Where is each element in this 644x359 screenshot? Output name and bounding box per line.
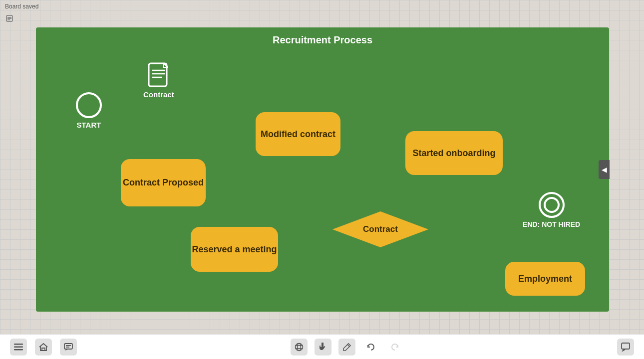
comment-tool-button[interactable] xyxy=(60,339,77,356)
node-employment-label: Employment xyxy=(518,273,572,285)
svg-point-16 xyxy=(298,343,301,351)
pencil-tool-button[interactable] xyxy=(338,339,355,356)
end-label-not-hired: NOT HIRED xyxy=(542,220,580,228)
end-circle-outer xyxy=(539,192,565,218)
saved-status: Board saved xyxy=(5,3,38,10)
svg-line-19 xyxy=(347,345,349,347)
hand-tool-button[interactable] xyxy=(315,339,331,356)
svg-rect-9 xyxy=(14,344,23,345)
svg-rect-1 xyxy=(7,17,11,18)
start-circle xyxy=(76,92,102,118)
globe-tool-button[interactable] xyxy=(291,339,308,356)
svg-rect-2 xyxy=(7,18,11,19)
contract-doc-label: Contract xyxy=(143,90,174,99)
side-panel-toggle[interactable]: ◀ xyxy=(599,160,610,179)
svg-point-15 xyxy=(296,343,303,351)
node-contract-diamond[interactable]: Contract xyxy=(330,209,430,249)
chat-tool-button[interactable] xyxy=(617,339,634,356)
node-started-onboarding-label: Started onboarding xyxy=(413,148,496,159)
node-contract-diamond-label: Contract xyxy=(363,224,398,234)
node-modified-contract-label: Modified contract xyxy=(261,129,335,140)
canvas-title: Recruitment Process xyxy=(273,34,372,46)
contract-doc: Contract xyxy=(143,62,174,99)
svg-rect-10 xyxy=(14,346,23,348)
start-node: START xyxy=(76,92,102,129)
undo-tool-button[interactable] xyxy=(362,339,379,356)
node-reserved-meeting-label: Reserved a meeting xyxy=(192,244,277,255)
svg-rect-11 xyxy=(14,349,23,351)
top-left-icon xyxy=(5,14,14,23)
toolbar-center xyxy=(291,339,403,356)
svg-rect-3 xyxy=(7,19,10,20)
document-icon xyxy=(148,62,170,88)
end-circle-inner xyxy=(544,197,560,213)
svg-rect-12 xyxy=(64,344,72,349)
start-label: START xyxy=(77,121,101,129)
node-contract-proposed-label: Contract Proposed xyxy=(123,177,204,188)
end-node: END: NOT HIRED xyxy=(523,192,580,228)
node-started-onboarding[interactable]: Started onboarding xyxy=(405,131,503,175)
node-employment[interactable]: Employment xyxy=(505,262,585,296)
end-label: END: NOT HIRED xyxy=(523,220,580,228)
node-modified-contract[interactable]: Modified contract xyxy=(256,112,340,156)
node-reserved-meeting[interactable]: Reserved a meeting xyxy=(191,227,278,272)
svg-rect-20 xyxy=(622,343,630,349)
share-tool-button[interactable] xyxy=(35,339,52,356)
bottom-toolbar xyxy=(0,334,644,359)
toolbar-left xyxy=(10,339,77,356)
node-contract-proposed[interactable]: Contract Proposed xyxy=(121,159,206,206)
list-tool-button[interactable] xyxy=(10,339,27,356)
status-bar: Board saved xyxy=(5,3,38,10)
toolbar-right xyxy=(617,339,634,356)
end-label-end: END: xyxy=(523,220,540,228)
redo-tool-button[interactable] xyxy=(386,339,403,356)
canvas-board: Recruitment Process START Contract Modif… xyxy=(36,27,609,312)
